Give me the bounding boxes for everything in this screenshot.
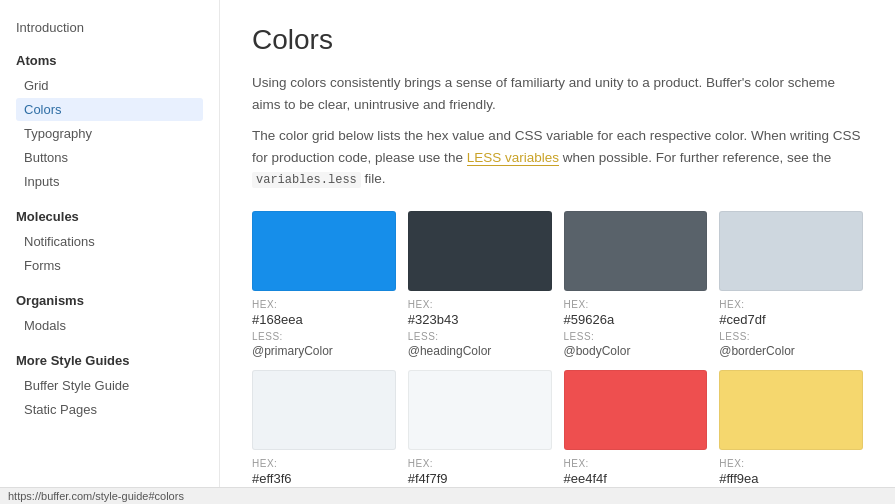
color-card: HEX:#ee4f4fLESS:@errorColor <box>564 370 708 504</box>
color-grid: HEX:#168eeaLESS:@primaryColorHEX:#323b43… <box>252 211 863 504</box>
sidebar-section-title-organisms: Organisms <box>16 293 203 308</box>
less-value: @borderColor <box>719 344 863 358</box>
hex-value: #f4f7f9 <box>408 471 552 486</box>
hex-label: HEX: <box>719 458 863 469</box>
less-value: @primaryColor <box>252 344 396 358</box>
color-card: HEX:#f4f7f9LESS:@fillColor <box>408 370 552 504</box>
color-swatch <box>564 211 708 291</box>
color-card: HEX:#168eeaLESS:@primaryColor <box>252 211 396 358</box>
sidebar-item-typography[interactable]: Typography <box>16 122 203 145</box>
less-label: LESS: <box>719 331 863 342</box>
color-swatch <box>719 370 863 450</box>
color-swatch <box>252 211 396 291</box>
statusbar: https://buffer.com/style-guide#colors <box>0 487 895 504</box>
hex-label: HEX: <box>719 299 863 310</box>
sidebar-section-atoms: Atoms Grid Colors Typography Buttons Inp… <box>16 53 203 193</box>
color-swatch <box>408 211 552 291</box>
sidebar-item-forms[interactable]: Forms <box>16 254 203 277</box>
less-label: LESS: <box>252 331 396 342</box>
color-swatch <box>564 370 708 450</box>
sidebar-item-grid[interactable]: Grid <box>16 74 203 97</box>
color-card: HEX:#fff9eaLESS:@warningColor <box>719 370 863 504</box>
description-2: The color grid below lists the hex value… <box>252 125 863 190</box>
sidebar-section-organisms: Organisms Modals <box>16 293 203 337</box>
color-swatch <box>719 211 863 291</box>
less-label: LESS: <box>564 331 708 342</box>
sidebar-section-more: More Style Guides Buffer Style Guide Sta… <box>16 353 203 421</box>
variables-less-code: variables.less <box>252 172 361 188</box>
hex-value: #168eea <box>252 312 396 327</box>
sidebar-section-title-atoms: Atoms <box>16 53 203 68</box>
less-label: LESS: <box>408 331 552 342</box>
sidebar: Introduction Atoms Grid Colors Typograph… <box>0 0 220 504</box>
sidebar-item-inputs[interactable]: Inputs <box>16 170 203 193</box>
hex-value: #323b43 <box>408 312 552 327</box>
hex-value: #ced7df <box>719 312 863 327</box>
hex-value: #eff3f6 <box>252 471 396 486</box>
sidebar-item-modals[interactable]: Modals <box>16 314 203 337</box>
description-1: Using colors consistently brings a sense… <box>252 72 863 115</box>
less-value: @headingColor <box>408 344 552 358</box>
description-2-suffix: file. <box>361 171 386 186</box>
sidebar-item-colors[interactable]: Colors <box>16 98 203 121</box>
hex-label: HEX: <box>252 458 396 469</box>
sidebar-item-buttons[interactable]: Buttons <box>16 146 203 169</box>
sidebar-item-buffer-style-guide[interactable]: Buffer Style Guide <box>16 374 203 397</box>
hex-value: #ee4f4f <box>564 471 708 486</box>
description-2-mid: when possible. For further reference, se… <box>559 150 831 165</box>
hex-label: HEX: <box>408 299 552 310</box>
page-title: Colors <box>252 24 863 56</box>
color-card: HEX:#59626aLESS:@bodyColor <box>564 211 708 358</box>
sidebar-section-title-molecules: Molecules <box>16 209 203 224</box>
less-variables-link[interactable]: LESS variables <box>467 150 559 166</box>
hex-label: HEX: <box>564 458 708 469</box>
color-card: HEX:#ced7dfLESS:@borderColor <box>719 211 863 358</box>
color-swatch <box>408 370 552 450</box>
sidebar-item-static-pages[interactable]: Static Pages <box>16 398 203 421</box>
hex-label: HEX: <box>252 299 396 310</box>
sidebar-section-molecules: Molecules Notifications Forms <box>16 209 203 277</box>
color-card: HEX:#323b43LESS:@headingColor <box>408 211 552 358</box>
color-swatch <box>252 370 396 450</box>
hex-label: HEX: <box>408 458 552 469</box>
hex-value: #fff9ea <box>719 471 863 486</box>
color-card: HEX:#eff3f6LESS:@lightBorderColor <box>252 370 396 504</box>
hex-value: #59626a <box>564 312 708 327</box>
sidebar-item-introduction[interactable]: Introduction <box>16 20 203 35</box>
sidebar-item-notifications[interactable]: Notifications <box>16 230 203 253</box>
statusbar-url: https://buffer.com/style-guide#colors <box>8 490 184 502</box>
sidebar-section-title-more: More Style Guides <box>16 353 203 368</box>
less-value: @bodyColor <box>564 344 708 358</box>
main-content: Colors Using colors consistently brings … <box>220 0 895 504</box>
hex-label: HEX: <box>564 299 708 310</box>
